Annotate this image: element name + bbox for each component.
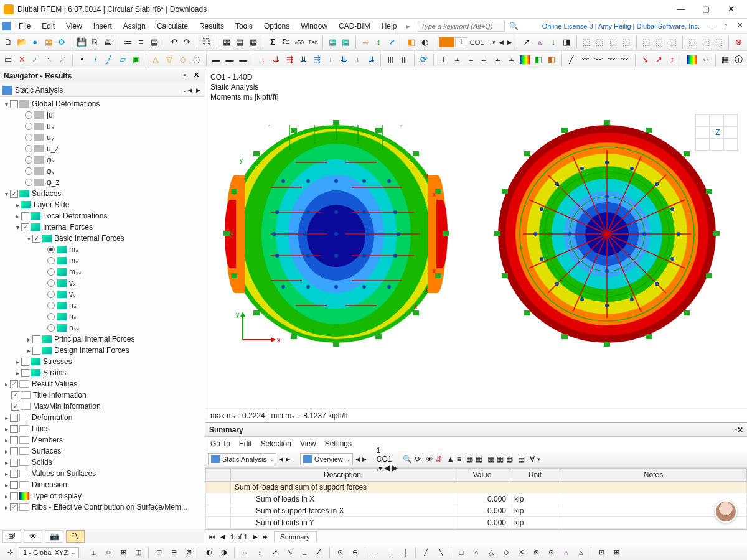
menu-assign[interactable]: Assign (118, 20, 151, 32)
sum-tb4-icon[interactable]: ⇵ (436, 455, 442, 464)
cube3d-icon[interactable]: ◧ (532, 53, 544, 67)
tree-solids[interactable]: ▸Solids (0, 457, 205, 468)
results-nav-icon[interactable]: ⟳ (418, 53, 430, 67)
release-icon[interactable]: ◌ (190, 53, 202, 67)
sum-tb7-icon[interactable]: ▦ (466, 455, 473, 464)
guide3-icon[interactable]: ┼ (399, 546, 411, 559)
menu-help[interactable]: Help (377, 20, 402, 32)
sumco-dropdown-icon[interactable]: .▾ (377, 464, 382, 472)
co-prev-icon[interactable]: ◀ (498, 39, 505, 45)
osnap5-icon[interactable]: ✕ (515, 546, 527, 559)
load-icon[interactable]: ↓ (548, 35, 560, 49)
sum-tb1-icon[interactable]: 🔍 (403, 455, 412, 464)
tree-u[interactable]: |u| (0, 110, 205, 121)
osnap7-icon[interactable]: ⊘ (545, 546, 557, 559)
guide4-icon[interactable]: ╱ (420, 546, 432, 559)
calc2-icon[interactable]: ▦ (720, 53, 731, 67)
arrow-tool-icon[interactable]: ↗ (521, 35, 533, 49)
print-icon[interactable]: 🖶 (102, 35, 114, 49)
tree-vy[interactable]: vᵧ (0, 289, 205, 300)
tree-uz[interactable]: u_z (0, 143, 205, 154)
snap14-icon[interactable]: ∟ (298, 546, 311, 559)
line-res4-icon[interactable]: 〰 (606, 53, 618, 67)
load3-icon[interactable]: ⇶ (284, 53, 296, 67)
sum-anal-next-icon[interactable]: ▶ (286, 456, 290, 462)
snap13-icon[interactable]: ⤡ (283, 546, 296, 559)
guide2-icon[interactable]: │ (384, 546, 397, 559)
load8-icon[interactable]: ↓ (352, 53, 364, 67)
filter1-icon[interactable]: ⟋ (29, 53, 41, 67)
snap12-icon[interactable]: ⤢ (268, 546, 281, 559)
tables-icon[interactable]: ▤ (149, 35, 161, 49)
cross-icon[interactable]: ✕ (16, 53, 28, 67)
tree-internal-forces[interactable]: ▾Internal Forces (0, 222, 205, 233)
model-tree-icon[interactable]: ≔ (122, 35, 134, 49)
analysis-prev-icon[interactable]: ◀ (186, 87, 194, 93)
tree-ux[interactable]: uₓ (0, 121, 205, 132)
menu-window[interactable]: Window (296, 20, 332, 32)
table-row[interactable]: Sum of support forces in X0.000kip (206, 505, 747, 517)
col-unit[interactable]: Unit (510, 469, 560, 482)
tree-surfaces2[interactable]: ▸Surfaces (0, 446, 205, 457)
cs-selector[interactable]: 1 - Global XYZ⌵ (19, 547, 79, 558)
snap4-icon[interactable]: ◫ (132, 546, 144, 559)
tree-mx[interactable]: mₓ (0, 244, 205, 255)
save-all-icon[interactable]: ⎘ (89, 35, 101, 49)
arrows1-icon[interactable]: ↘ (639, 53, 651, 67)
snap1-icon[interactable]: ⟂ (87, 546, 100, 559)
tree-uy[interactable]: uᵧ (0, 132, 205, 143)
sum-tb8-icon[interactable]: ▦ (476, 455, 482, 464)
view9-icon[interactable]: ⬚ (700, 35, 712, 49)
globe-icon[interactable]: ● (29, 35, 41, 49)
navigator-close-icon[interactable]: ✕ (191, 71, 201, 81)
co-next-icon[interactable]: ▶ (506, 39, 513, 45)
load4-icon[interactable]: ⇊ (298, 53, 309, 67)
summary-co-selector[interactable]: 1CO1 .▾ ◀ ▶ (377, 446, 398, 472)
view7-icon[interactable]: ⬚ (667, 35, 679, 49)
diagram4-icon[interactable]: ⫠ (478, 53, 490, 67)
member-icon[interactable]: ╱ (103, 53, 115, 67)
open-file-icon[interactable]: 📂 (16, 35, 28, 49)
sum-tb12-icon[interactable]: ▤ (518, 455, 525, 464)
load1-icon[interactable]: ↓ (257, 53, 269, 67)
report-icon[interactable]: ▤ (234, 35, 246, 49)
tree-deformation[interactable]: ▸Deformation (0, 412, 205, 423)
snap2-icon[interactable]: ⧈ (102, 546, 115, 559)
nodal-sup-icon[interactable]: △ (150, 53, 162, 67)
snap16-icon[interactable]: ⊙ (334, 546, 346, 559)
line-res2-icon[interactable]: 〰 (579, 53, 591, 67)
view3-icon[interactable]: ⬚ (608, 35, 619, 49)
tree-surfaces[interactable]: ▾Surfaces (0, 188, 205, 199)
table-row[interactable]: Sum of loads in Y0.000kip (206, 517, 747, 529)
nav-tab-data[interactable]: 🗊 (2, 530, 21, 543)
osnap10-icon[interactable]: ⊡ (595, 546, 608, 559)
undo-icon[interactable]: ↶ (168, 35, 180, 49)
minimize-button[interactable]: — (669, 1, 693, 18)
page-next-icon[interactable]: ▶ (253, 533, 258, 540)
support-icon[interactable]: ▵ (534, 35, 546, 49)
snap3-icon[interactable]: ⊞ (117, 546, 129, 559)
sigma-sc-icon[interactable]: Σsc (307, 35, 319, 49)
calc-sigma2-icon[interactable]: Σ≡ (280, 35, 292, 49)
osnap8-icon[interactable]: ∩ (560, 546, 572, 559)
summary-overview-select[interactable]: Overview⌵ (300, 453, 353, 465)
snap6-icon[interactable]: ⊟ (167, 546, 180, 559)
arrows2-icon[interactable]: ↗ (653, 53, 665, 67)
cs-icon[interactable]: ⊹ (4, 546, 16, 559)
cube-icon[interactable]: ◧ (406, 35, 418, 49)
menu-insert[interactable]: Insert (88, 20, 117, 32)
tree-values-on-surfaces[interactable]: ▸Values on Surfaces (0, 468, 205, 479)
dir-y-icon[interactable]: ↕ (373, 35, 385, 49)
nav-tab-display[interactable]: 👁 (24, 530, 42, 543)
diagram3-icon[interactable]: ⫠ (465, 53, 477, 67)
search-icon[interactable]: 🔍 (509, 22, 519, 30)
sum-tb6-icon[interactable]: ≡ (457, 455, 461, 464)
osnap1-icon[interactable]: □ (455, 546, 467, 559)
mesh2-icon[interactable]: ▦ (340, 35, 352, 49)
solid-icon[interactable]: ▣ (130, 53, 142, 67)
line-res1-icon[interactable]: ╱ (566, 53, 578, 67)
sum-menu-goto[interactable]: Go To (210, 439, 230, 448)
menu-edit[interactable]: Edit (37, 20, 60, 32)
o50-icon[interactable]: ₀50 (294, 35, 306, 49)
view4-icon[interactable]: ⬚ (621, 35, 632, 49)
